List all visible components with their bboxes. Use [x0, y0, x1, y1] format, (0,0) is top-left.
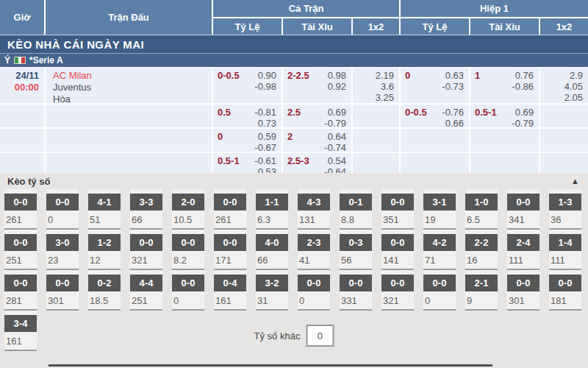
odds-cell-ft-overunder[interactable]: 2.5-30.54-0.64 [283, 153, 351, 174]
odds-cell-ft-handicap[interactable]: 00.59-0.67 [213, 129, 282, 152]
odds-value-top: -0.61 [254, 155, 276, 166]
score-cell[interactable]: 0-0261 [4, 189, 37, 230]
score-odds: 261 [214, 210, 246, 225]
score-cell[interactable]: 1-06.5 [465, 189, 498, 230]
odds-cell-ft-overunder[interactable]: 20.64-0.74 [283, 129, 351, 152]
score-cell[interactable]: 3-4161 [4, 311, 37, 351]
odds-value-bottom: -0.79 [512, 118, 534, 129]
odds-1x2-value[interactable]: 3.25 [353, 92, 394, 103]
score-cell[interactable]: 0-00 [172, 270, 204, 311]
h-scrollbar[interactable] [0, 363, 588, 367]
score-cell[interactable]: 3-119 [423, 189, 456, 230]
score-button: 0-0 [46, 275, 79, 291]
odds-cell-ft-handicap[interactable]: 0-0.50.90-0.98 [213, 68, 282, 103]
odds-cell-h1-1x2[interactable]: 2.94.052.05 [540, 68, 588, 103]
score-cell[interactable]: 0-0301 [46, 270, 79, 311]
header-sub-1x2-h1: 1x2 [540, 18, 588, 35]
score-button: 2-2 [465, 234, 498, 251]
score-cell[interactable]: 0-18.8 [340, 189, 372, 230]
score-odds: 141 [381, 251, 414, 266]
score-cell[interactable]: 0-08.2 [172, 230, 204, 270]
score-cell[interactable]: 2-341 [298, 230, 330, 270]
odds-1x2-value[interactable]: 2.05 [540, 92, 583, 103]
score-button: 4-2 [423, 234, 456, 251]
collapse-arrow-icon[interactable]: ▲ [571, 177, 579, 185]
handicap-line: 0 [218, 131, 223, 142]
odds-cell-ft-overunder[interactable]: 2-2.50.980.92 [283, 68, 351, 103]
score-cell[interactable]: 0-0351 [381, 189, 414, 230]
match-cell[interactable]: AC MilanJuventusHòa [46, 68, 212, 103]
league-row[interactable]: Ý *Serie A [0, 53, 588, 67]
odds-cell-h1-handicap[interactable]: 0-0.5-0.760.66 [401, 105, 469, 127]
score-cell[interactable]: 2-010.5 [172, 189, 204, 230]
odds-value-top: 0.76 [512, 70, 534, 81]
odds-cell-ft-1x2[interactable]: 2.193.63.25 [353, 68, 399, 103]
header-sub-handicap-h1: Tỷ Lệ [401, 18, 469, 35]
score-odds: 66 [256, 251, 288, 266]
score-button: 0-0 [423, 275, 456, 291]
score-cell[interactable]: 4-4251 [130, 270, 162, 311]
score-cell[interactable]: 4-066 [256, 230, 288, 270]
score-cell[interactable]: 0-0321 [130, 230, 162, 270]
score-cell[interactable]: 0-218.5 [88, 270, 121, 311]
odds-cell-ft-overunder[interactable]: 2.50.69-0.79 [283, 105, 351, 127]
odds-cell-h1-handicap[interactable]: 00.63-0.73 [401, 68, 469, 103]
score-button: 0-2 [88, 275, 121, 291]
score-cell[interactable]: 2-4111 [507, 230, 539, 270]
odds-cell-ft-1x2 [353, 105, 399, 127]
score-section: Kèo tỷ số ▲ 0-02610-004-1513-3662-010.50… [0, 173, 588, 368]
odds-1x2-value[interactable]: 2.9 [540, 70, 583, 81]
score-button: 0-1 [340, 194, 372, 210]
score-cell[interactable]: 0-0181 [549, 270, 581, 311]
score-cell[interactable]: 0-0261 [214, 189, 246, 230]
score-cell[interactable]: 1-4111 [549, 230, 581, 270]
score-odds: 0 [298, 291, 330, 306]
score-cell[interactable]: 4-3131 [298, 189, 330, 230]
odds-cell-h1-overunder[interactable]: 10.76-0.86 [470, 68, 539, 103]
odds-1x2-value[interactable]: 3.6 [353, 81, 394, 92]
score-cell[interactable]: 0-0321 [381, 270, 414, 311]
handicap-line: 2.5-3 [287, 155, 309, 166]
score-cell[interactable]: 3-366 [130, 189, 162, 230]
odds-1x2-value[interactable]: 2.19 [353, 70, 394, 81]
score-cell[interactable]: 0-0331 [340, 270, 372, 311]
score-cell[interactable]: 0-00 [423, 270, 456, 311]
score-cell[interactable]: 0-4161 [214, 270, 246, 311]
score-cell[interactable]: 0-0251 [4, 230, 37, 270]
odds-values: 0.76-0.86 [512, 70, 534, 92]
score-cell[interactable]: 3-023 [46, 230, 79, 270]
score-cell[interactable]: 1-212 [88, 230, 121, 270]
score-cell[interactable]: 0-00 [298, 270, 330, 311]
score-cell[interactable]: 0-0171 [214, 230, 246, 270]
score-cell[interactable]: 2-19 [465, 270, 498, 311]
h-scrollbar-thumb[interactable] [49, 364, 492, 367]
header-cell-time: Giờ [0, 0, 44, 35]
score-button: 0-0 [340, 275, 372, 291]
score-cell[interactable]: 1-16.3 [256, 189, 288, 230]
score-cell[interactable]: 4-271 [423, 230, 456, 270]
score-odds: 36 [549, 210, 581, 225]
score-cell[interactable]: 4-151 [88, 189, 121, 230]
score-cell[interactable]: 0-0301 [507, 270, 539, 311]
odds-cell-ft-handicap[interactable]: 0.5-0.810.73 [213, 105, 282, 127]
page-title: KÈO NHÀ CÁI NGÀY MAI [7, 38, 144, 51]
odds-cell-h1-overunder[interactable]: 0.5-10.69-0.79 [470, 105, 539, 127]
odds-cell-ft-handicap[interactable]: 0.5-1-0.610.53 [213, 153, 282, 174]
score-cell[interactable]: 1-336 [549, 189, 581, 230]
odds-cell-ft-1x2 [353, 129, 399, 152]
score-cell[interactable]: 0-0141 [381, 230, 414, 270]
score-button: 0-0 [381, 194, 414, 210]
other-score-input[interactable]: 0 [306, 325, 334, 347]
score-cell[interactable]: 0-0341 [507, 189, 539, 230]
score-section-header[interactable]: Kèo tỷ số ▲ [0, 173, 588, 189]
score-cell[interactable]: 3-231 [256, 270, 288, 311]
score-cell[interactable]: 0-00 [46, 189, 79, 230]
score-cell[interactable]: 0-356 [340, 230, 372, 270]
score-cell[interactable]: 2-216 [465, 230, 498, 270]
score-odds: 6.5 [465, 210, 498, 225]
odds-1x2-value[interactable]: 4.05 [540, 81, 583, 92]
section-title-bar: KÈO NHÀ CÁI NGÀY MAI [0, 35, 588, 53]
score-button: 3-2 [256, 275, 288, 291]
score-cell[interactable]: 0-0281 [4, 270, 37, 311]
score-button: 2-4 [507, 234, 539, 251]
